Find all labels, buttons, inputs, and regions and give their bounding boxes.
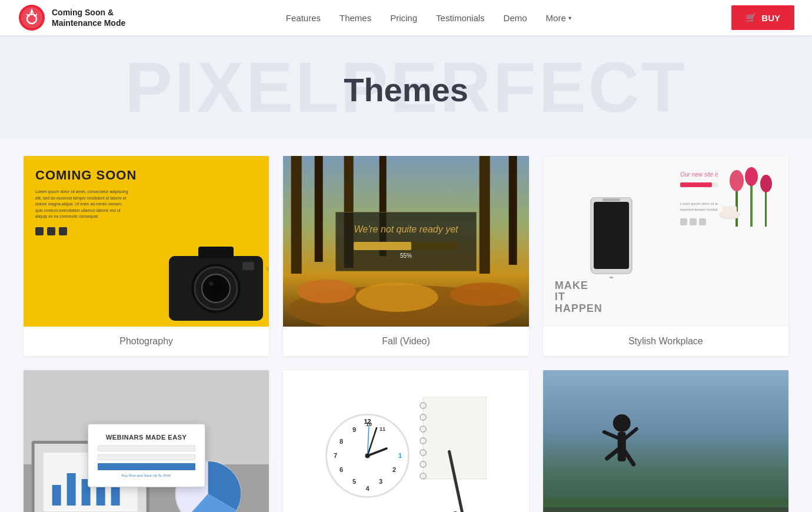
svg-text:9: 9 [352, 426, 356, 433]
svg-text:6: 6 [340, 466, 343, 473]
svg-text:2: 2 [392, 466, 396, 473]
svg-point-24 [356, 282, 438, 312]
svg-point-25 [450, 282, 521, 306]
svg-rect-80 [543, 370, 788, 512]
svg-point-66 [365, 453, 370, 458]
logo-text: Coming Soon & Maintenance Mode [52, 7, 125, 28]
theme-card-clock[interactable]: 12 1 2 3 4 5 6 7 8 9 10 11 [283, 370, 528, 512]
theme-thumbnail-runner: COMING SOON Lorem ipsum et ullamcor magn… [543, 370, 788, 512]
svg-rect-17 [315, 156, 323, 262]
logo[interactable]: Coming Soon & Maintenance Mode [18, 4, 125, 32]
themes-section: COMING SOON Lorem ipsum dolor sit amet, … [12, 138, 800, 512]
tw-icon-wp [690, 218, 697, 225]
svg-rect-44 [52, 485, 61, 506]
svg-rect-38 [610, 277, 613, 278]
svg-rect-20 [480, 156, 490, 274]
photography-lorem: Lorem ipsum dolor sit amet, consectetur … [35, 189, 129, 220]
clock-face-icon: 12 1 2 3 4 5 6 7 8 9 10 11 [325, 413, 410, 498]
svg-rect-21 [509, 156, 517, 265]
svg-text:5: 5 [352, 478, 356, 485]
fall-progress-fill [354, 242, 411, 250]
header: Coming Soon & Maintenance Mode Features … [0, 0, 812, 35]
theme-thumbnail-workplace: Our new site is coming soon! 32% Lorem i… [543, 156, 788, 327]
webinar-trial-btn [98, 463, 195, 470]
svg-point-82 [613, 414, 630, 432]
nav-pricing[interactable]: Pricing [390, 13, 417, 23]
webinar-title: WEBINARS MADE EASY [98, 434, 195, 441]
runner-bg-icon [543, 370, 788, 512]
themes-grid: COMING SOON Lorem ipsum dolor sit amet, … [24, 156, 788, 512]
theme-thumbnail-photography: COMING SOON Lorem ipsum dolor sit amet, … [24, 156, 269, 327]
svg-rect-13 [242, 262, 254, 270]
svg-text:4: 4 [366, 485, 370, 492]
nav-demo[interactable]: Demo [504, 13, 527, 23]
theme-label-photography: Photography [24, 327, 269, 356]
svg-rect-37 [603, 198, 620, 201]
svg-rect-27 [736, 185, 738, 227]
svg-point-12 [209, 281, 214, 286]
svg-rect-7 [198, 247, 234, 258]
fall-title: We're not quite ready yet [354, 224, 458, 235]
theme-card-photography[interactable]: COMING SOON Lorem ipsum dolor sit amet, … [24, 156, 269, 356]
theme-label-workplace: Stylish Workplace [543, 327, 788, 356]
chevron-down-icon: ▾ [568, 15, 571, 21]
svg-rect-16 [291, 156, 302, 274]
notebook-icon [416, 397, 487, 512]
theme-thumbnail-clock: 12 1 2 3 4 5 6 7 8 9 10 11 [283, 370, 528, 512]
theme-thumbnail-webinar: WEBINARS MADE EASY Buy Now and Save Up T… [24, 370, 269, 512]
svg-text:7: 7 [334, 452, 337, 459]
svg-rect-89 [543, 498, 788, 507]
fb-icon-wp [680, 218, 687, 225]
hero-section: PIXELPERFECT Themes [0, 35, 812, 138]
fall-progress-bar [354, 242, 458, 250]
svg-text:1: 1 [398, 452, 402, 459]
webinar-card: WEBINARS MADE EASY Buy Now and Save Up T… [88, 424, 205, 487]
phone-mockup-icon [588, 197, 635, 285]
photography-title: COMING SOON [35, 168, 257, 183]
svg-point-32 [760, 175, 772, 192]
theme-card-workplace[interactable]: Our new site is coming soon! 32% Lorem i… [543, 156, 788, 356]
fb-icon [35, 227, 44, 235]
cart-icon: 🛒 [746, 12, 757, 23]
make-it-happen: MAKEITHAPPEN [555, 280, 603, 315]
webinar-name-field [98, 445, 195, 451]
svg-point-23 [297, 280, 356, 303]
svg-rect-36 [594, 202, 629, 269]
svg-rect-45 [67, 473, 76, 506]
camera-icon: SONY [151, 227, 269, 327]
nav-testimonials[interactable]: Testimonials [436, 13, 485, 23]
svg-point-31 [745, 167, 758, 186]
buy-button[interactable]: 🛒 BUY [731, 5, 794, 30]
gp-icon-wp [699, 218, 706, 225]
theme-card-fall[interactable]: We're not quite ready yet 55% Fall (Vide… [283, 156, 528, 356]
nav-themes[interactable]: Themes [340, 13, 371, 23]
svg-text:SONY: SONY [266, 266, 269, 272]
svg-rect-29 [765, 188, 767, 227]
page-title: Themes [12, 71, 800, 109]
svg-text:3: 3 [379, 478, 382, 485]
webinar-email-field [98, 454, 195, 460]
svg-point-30 [730, 170, 744, 191]
svg-text:8: 8 [340, 438, 343, 445]
tulip-icon [718, 156, 788, 227]
theme-card-runner[interactable]: COMING SOON Lorem ipsum et ullamcor magn… [543, 370, 788, 512]
svg-text:11: 11 [380, 426, 385, 432]
webinar-link: Buy Now and Save Up To 20%! [98, 474, 195, 477]
theme-thumbnail-fall: We're not quite ready yet 55% [283, 156, 528, 327]
theme-label-fall: Fall (Video) [283, 327, 528, 356]
nav-more[interactable]: More ▾ [546, 13, 571, 23]
svg-rect-34 [723, 206, 737, 217]
gp-icon [59, 227, 67, 235]
nav: Features Themes Pricing Testimonials Dem… [286, 13, 571, 23]
tw-icon [47, 227, 55, 235]
svg-rect-28 [750, 182, 753, 227]
theme-card-webinar[interactable]: WEBINARS MADE EASY Buy Now and Save Up T… [24, 370, 269, 512]
nav-features[interactable]: Features [286, 13, 321, 23]
logo-icon [18, 4, 46, 32]
fall-progress-label: 55% [354, 252, 458, 259]
